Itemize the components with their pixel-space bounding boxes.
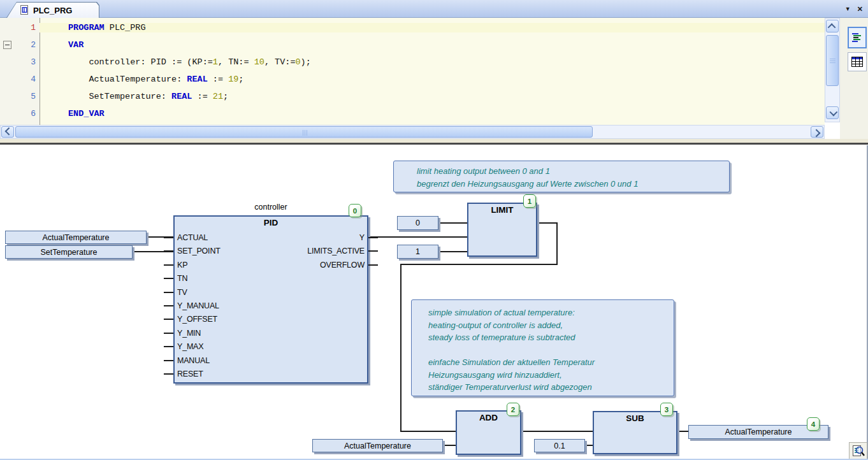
comment2-lines: simple simulation of actual temperature:… (428, 306, 669, 394)
comment-simulation[interactable]: simple simulation of actual temperature:… (411, 299, 674, 396)
comment-line: steady loss of temeprature is subtracted (428, 331, 669, 344)
code-token: REAL (187, 75, 207, 84)
tab-plc-prg-inner: PLC_PRG (7, 3, 99, 18)
pid-input-pin-label: TN (177, 274, 187, 283)
const-box-1[interactable]: 1 (397, 245, 438, 259)
wire-const0-to-limit (438, 222, 467, 224)
code-token: VAR (68, 40, 83, 50)
const-box-0-1[interactable]: 0.1 (534, 439, 585, 452)
tabular-view-button[interactable] (848, 52, 867, 71)
code-text[interactable]: PROGRAM PLC_PRG (40, 23, 825, 32)
input-box-actual-temperature[interactable]: ActualTemperature (5, 231, 147, 244)
tabular-view-icon (851, 57, 863, 67)
wire-sub-to-out (677, 431, 688, 432)
scroll-up-button[interactable] (826, 20, 839, 32)
code-token: ; (238, 75, 243, 84)
exec-order-badge-2[interactable]: 2 (507, 403, 519, 416)
horizontal-scroll-thumb[interactable] (15, 126, 593, 138)
tab-list-dropdown-icon[interactable]: ▼ (845, 6, 851, 12)
add-block[interactable]: ADD (456, 410, 521, 455)
code-text[interactable]: END_VAR (40, 109, 825, 119)
tab-plc-prg[interactable]: PLC_PRG (6, 2, 99, 18)
code-line-5[interactable]: 5 SetTemperature: REAL := 21; (0, 88, 825, 105)
fold-margin (0, 71, 14, 88)
code-line-2[interactable]: 2VAR (0, 36, 825, 54)
pid-input-pin-label: Y_MIN (177, 329, 201, 338)
horizontal-scrollbar[interactable] (0, 125, 825, 139)
code-text[interactable]: SetTemperature: REAL := 21; (40, 92, 825, 101)
code-text[interactable]: ActualTemperature: REAL := 19; (40, 75, 825, 84)
exec-order-badge-0[interactable]: 0 (349, 204, 361, 217)
window-controls: ▼ ✕ (845, 0, 863, 18)
zoom-button[interactable] (849, 442, 867, 459)
fold-margin (0, 88, 14, 105)
comment-line: Heizungsausgang wird hinzuaddiert, (428, 369, 669, 382)
code-token: 21 (213, 92, 223, 101)
pid-input-pin-label: TV (177, 288, 187, 297)
line-number[interactable]: 3 (14, 57, 40, 67)
collapse-minus-icon[interactable] (3, 41, 11, 49)
scroll-left-button[interactable] (1, 126, 14, 138)
input-box-actual-temperature-2[interactable]: ActualTemperature (312, 439, 443, 452)
wire-limit-out-h (537, 222, 558, 224)
pid-block[interactable]: PID ACTUALYSET_POINTLIMITS_ACTIVEKPOVERF… (173, 215, 368, 384)
chevron-left-icon (4, 127, 13, 135)
pid-input-pin-label: Y_MAX (177, 342, 203, 351)
line-number[interactable]: 5 (14, 92, 40, 101)
code-line-4[interactable]: 4 ActualTemperature: REAL := 19; (0, 71, 825, 88)
pane-splitter[interactable] (0, 143, 868, 145)
declaration-editor[interactable]: 1PROGRAM PLC_PRG2VAR3 controller: PID :=… (0, 18, 825, 125)
exec-order-badge-1[interactable]: 1 (523, 194, 536, 208)
code-token: 0 (295, 57, 300, 67)
code-token: PROGRAM (68, 23, 105, 32)
exec-order-badge-4[interactable]: 4 (807, 417, 820, 431)
fold-margin (0, 19, 14, 36)
wire-feedback-h (400, 264, 558, 265)
pid-output-pin-label: OVERFLOW (320, 261, 365, 270)
code-token: 10 (254, 57, 264, 67)
line-number[interactable]: 1 (14, 23, 40, 32)
fold-margin (0, 36, 14, 54)
pid-pins: ACTUALYSET_POINTLIMITS_ACTIVEKPOVERFLOWT… (175, 231, 367, 381)
comment-line: begrenzt den Heizungsausgang auf Werte z… (417, 178, 724, 190)
vertical-scroll-thumb[interactable] (826, 35, 839, 86)
limit-block[interactable]: LIMIT (467, 203, 537, 257)
line-number[interactable]: 6 (14, 109, 40, 119)
scroll-right-button[interactable] (811, 126, 823, 138)
pid-input-pin-label: MANUAL (177, 356, 210, 365)
input-pin-tick (164, 278, 173, 279)
wire-add-to-sub (521, 431, 593, 432)
textual-view-button[interactable] (848, 27, 867, 48)
pid-output-pin-label: Y (359, 233, 365, 242)
chevron-up-icon (827, 23, 835, 31)
cfc-canvas[interactable]: limit heating output between 0 and 1begr… (0, 145, 868, 460)
code-token: := (208, 75, 228, 84)
code-token: ActualTemperature: (68, 75, 187, 84)
output-pin-tick (368, 264, 378, 266)
close-icon[interactable]: ✕ (857, 6, 863, 13)
code-text[interactable]: controller: PID := (KP:=1, TN:= 10, TV:=… (40, 57, 825, 67)
exec-order-badge-3[interactable]: 3 (660, 403, 673, 416)
code-token: SetTemperature: (68, 92, 171, 101)
scroll-down-button[interactable] (826, 106, 839, 119)
code-text[interactable]: VAR (40, 40, 825, 50)
code-token: ); (301, 57, 311, 67)
code-line-6[interactable]: 6END_VAR (0, 105, 825, 122)
input-pin-tick (164, 346, 173, 347)
pid-input-pin-label: Y_OFFSET (177, 315, 217, 324)
code-line-3[interactable]: 3 controller: PID := (KP:=1, TN:= 10, TV… (0, 54, 825, 71)
pid-pin-row: SET_POINTLIMITS_ACTIVE (175, 244, 367, 257)
vertical-scrollbar[interactable] (825, 18, 840, 122)
sub-block[interactable]: SUB (593, 411, 677, 454)
wire-to-add-top (400, 431, 456, 432)
code-line-1[interactable]: 1PROGRAM PLC_PRG (0, 19, 825, 36)
chevron-right-icon (812, 129, 820, 137)
output-pin-tick (368, 250, 378, 252)
pid-pin-row: RESET (175, 368, 367, 381)
line-number[interactable]: 4 (14, 75, 40, 84)
pid-pin-row: Y_OFFSET (175, 313, 367, 326)
input-box-set-temperature[interactable]: SetTemperature (5, 245, 133, 259)
comment-limit[interactable]: limit heating output between 0 and 1begr… (393, 161, 730, 192)
line-number[interactable]: 2 (14, 40, 40, 50)
const-box-0[interactable]: 0 (397, 216, 438, 230)
